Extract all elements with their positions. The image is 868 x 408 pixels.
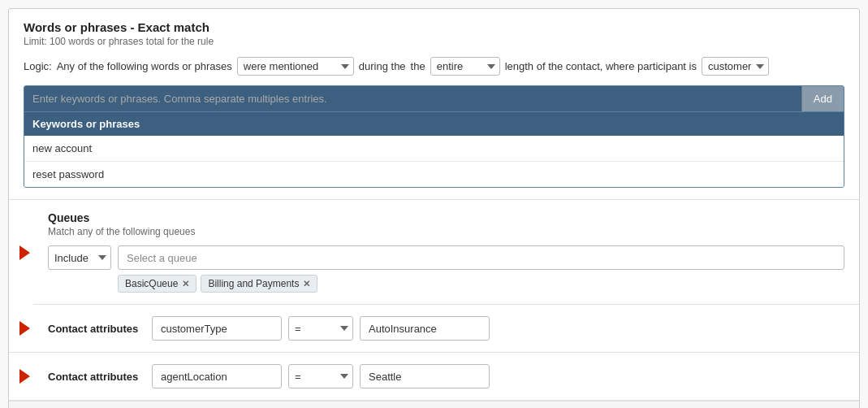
main-container: Words or phrases - Exact match Limit: 10… (8, 8, 860, 408)
add-keyword-button[interactable]: Add (801, 86, 844, 111)
entire-select[interactable]: entire beginning end (430, 57, 500, 76)
queue-tag-label: Billing and Payments (208, 278, 299, 289)
contact-value-input-1[interactable] (360, 316, 490, 341)
contact2-arrow-icon (19, 369, 30, 384)
operator-select-2[interactable]: = != > < (288, 364, 353, 388)
queues-arrow-icon (19, 245, 30, 260)
contact-row-2: Contact attributes = != > < (48, 364, 844, 388)
queues-section: Queues Match any of the following queues… (33, 200, 859, 305)
contact-row-1: Contact attributes = != > < (48, 316, 844, 341)
queue-placeholder[interactable]: Select a queue (118, 245, 844, 270)
logic-length: length of the contact, where participant… (505, 60, 697, 72)
footer-bar: + Add condition + Add group (9, 401, 859, 408)
queue-tags: BasicQueue ✕ Billing and Payments ✕ (118, 275, 844, 293)
queue-tag-label: BasicQueue (125, 278, 178, 289)
queue-select-area: Select a queue BasicQueue ✕ Billing and … (118, 245, 844, 293)
queue-placeholder-text: Select a queue (127, 252, 197, 264)
keywords-container: Add Keywords or phrases new account rese… (24, 85, 844, 188)
participant-select[interactable]: customer agent both (702, 57, 769, 76)
keyword-value: new account (32, 142, 92, 154)
contact1-arrow-icon (19, 321, 30, 336)
logic-any-label: Any of the following words or phrases (57, 60, 232, 72)
contact-value-input-2[interactable] (360, 364, 490, 388)
keyword-value: reset password (32, 168, 104, 180)
keyword-row: new account (24, 136, 844, 162)
keywords-header: Keywords or phrases (24, 111, 844, 136)
contact-attribute-input-1[interactable] (152, 316, 282, 341)
logic-row: Logic: Any of the following words or phr… (24, 57, 844, 76)
logic-the: the (411, 60, 425, 72)
words-section: Words or phrases - Exact match Limit: 10… (9, 9, 859, 200)
contact-label-1: Contact attributes (48, 323, 145, 335)
contact-label-2: Contact attributes (48, 371, 145, 383)
queue-tag-remove[interactable]: ✕ (182, 279, 189, 289)
queues-subtitle: Match any of the following queues (48, 226, 844, 237)
queues-arrow-area (9, 200, 33, 305)
contact-section-1: Contact attributes = != > < (33, 305, 859, 352)
logic-during: during the (359, 60, 406, 72)
words-subtitle: Limit: 100 words or phrases total for th… (24, 36, 844, 47)
contact-section-2-wrapper: Contact attributes = != > < (9, 353, 859, 401)
keyword-row: reset password (24, 162, 844, 187)
queues-wrapper: Queues Match any of the following queues… (9, 200, 859, 305)
keyword-input[interactable] (24, 86, 801, 111)
queue-tag: Billing and Payments ✕ (201, 275, 317, 293)
include-select[interactable]: Include Exclude (48, 245, 111, 270)
contact-attribute-input-2[interactable] (152, 364, 282, 388)
logic-prefix: Logic: (24, 60, 52, 72)
contact2-arrow-area (9, 353, 33, 400)
queues-title: Queues (48, 211, 844, 224)
words-title: Words or phrases - Exact match (24, 20, 844, 34)
keyword-input-row: Add (24, 86, 844, 111)
operator-select-1[interactable]: = != > < (288, 316, 353, 341)
mentioned-select[interactable]: were mentioned were not mentioned (237, 57, 354, 76)
contact-section-1-wrapper: Contact attributes = != > < (9, 305, 859, 353)
queues-row: Include Exclude Select a queue BasicQueu… (48, 245, 844, 293)
contact1-arrow-area (9, 305, 33, 352)
contact-section-2: Contact attributes = != > < (33, 353, 859, 400)
queue-tag-remove[interactable]: ✕ (303, 279, 310, 289)
queue-tag: BasicQueue ✕ (118, 275, 196, 293)
